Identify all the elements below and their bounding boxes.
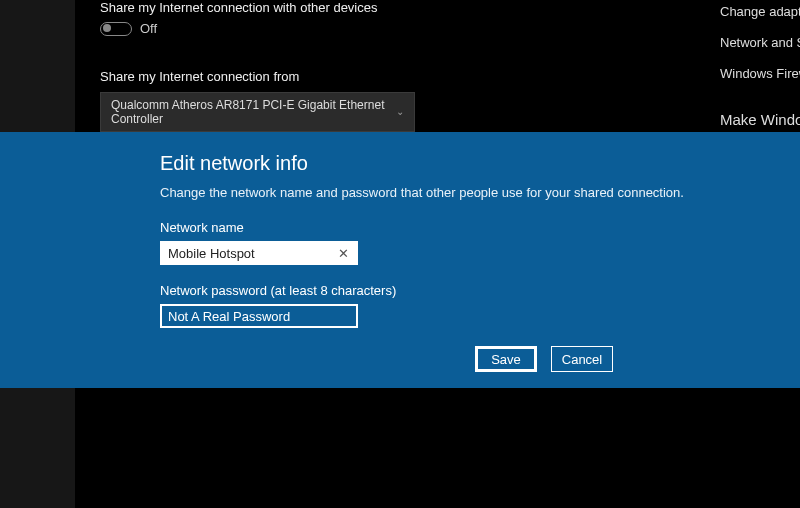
dialog-description: Change the network name and password tha… — [160, 185, 800, 200]
share-toggle-label: Share my Internet connection with other … — [100, 0, 415, 15]
make-windows-better-heading: Make Windows better — [720, 111, 800, 128]
network-name-label: Network name — [160, 220, 800, 235]
clear-icon[interactable]: ✕ — [336, 246, 351, 261]
link-windows-firewall[interactable]: Windows Firewall — [720, 66, 800, 81]
adapter-name: Qualcomm Atheros AR8171 PCI-E Gigabit Et… — [111, 98, 396, 126]
save-button[interactable]: Save — [475, 346, 537, 372]
chevron-down-icon: ⌄ — [396, 106, 404, 117]
toggle-off-icon — [100, 22, 132, 36]
link-change-adapter[interactable]: Change adapter options — [720, 4, 800, 19]
network-password-input-wrap — [160, 304, 358, 328]
toggle-state-text: Off — [140, 21, 157, 36]
network-name-input-wrap: ✕ — [160, 241, 358, 265]
adapter-dropdown[interactable]: Qualcomm Atheros AR8171 PCI-E Gigabit Et… — [100, 92, 415, 132]
network-name-input[interactable] — [168, 246, 336, 261]
link-network-sharing[interactable]: Network and Sharing Center — [720, 35, 800, 50]
network-password-input[interactable] — [168, 309, 350, 324]
share-from-label: Share my Internet connection from — [100, 69, 415, 84]
share-toggle[interactable]: Off — [100, 21, 157, 36]
cancel-button[interactable]: Cancel — [551, 346, 613, 372]
dialog-buttons: Save Cancel — [475, 346, 800, 372]
edit-network-dialog: Edit network info Change the network nam… — [0, 132, 800, 388]
network-password-label: Network password (at least 8 characters) — [160, 283, 800, 298]
dialog-title: Edit network info — [160, 152, 800, 175]
